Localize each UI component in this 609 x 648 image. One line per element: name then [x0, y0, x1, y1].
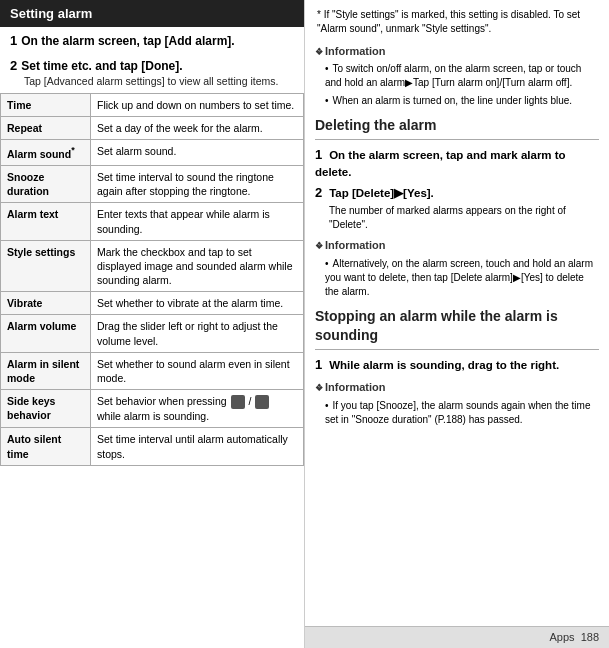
table-cell-desc: Set behavior when pressing / while alarm… — [91, 390, 304, 428]
table-cell-label: Style settings — [1, 240, 91, 292]
table-row: RepeatSet a day of the week for the alar… — [1, 117, 304, 140]
step2-sub: Tap [Advanced alarm settings] to view al… — [10, 73, 294, 89]
bullet-item: If you tap [Snooze], the alarm sounds ag… — [325, 399, 599, 427]
table-row: Alarm textEnter texts that appear while … — [1, 203, 304, 240]
table-cell-desc: Set time interval to sound the ringtone … — [91, 166, 304, 203]
delete-step2: 2 Tap [Delete]▶[Yes]. The number of mark… — [315, 184, 599, 232]
delete-step1-num: 1 — [315, 147, 322, 162]
info3-bullets: If you tap [Snooze], the alarm sounds ag… — [315, 399, 599, 427]
info1-bullets: To switch on/off alarm, on the alarm scr… — [315, 62, 599, 108]
table-row: Auto silent timeSet time interval until … — [1, 428, 304, 465]
info2-header: Information — [315, 238, 599, 253]
stop-section-title: Stopping an alarm while the alarm is sou… — [315, 307, 599, 350]
delete-step1: 1 On the alarm screen, tap and mark alar… — [315, 146, 599, 180]
table-cell-desc: Mark the checkbox and tap to set display… — [91, 240, 304, 292]
table-row: Alarm sound*Set alarm sound. — [1, 140, 304, 166]
stop-step1-text: While alarm is sounding, drag to the rig… — [329, 359, 559, 371]
settings-table: TimeFlick up and down on numbers to set … — [0, 93, 304, 466]
table-cell-label: Repeat — [1, 117, 91, 140]
info2-bullets: Alternatively, on the alarm screen, touc… — [315, 257, 599, 299]
step1-number: 1 — [10, 33, 17, 48]
table-cell-desc: Drag the slider left or right to adjust … — [91, 315, 304, 352]
step1-block: 1On the alarm screen, tap [Add alarm]. — [0, 27, 304, 52]
left-column: Setting alarm 1On the alarm screen, tap … — [0, 0, 305, 648]
stop-step1: 1 While alarm is sounding, drag to the r… — [315, 356, 599, 374]
delete-step2-num: 2 — [315, 185, 322, 200]
info3-header: Information — [315, 380, 599, 395]
table-cell-label: Auto silent time — [1, 428, 91, 465]
table-cell-label: Time — [1, 94, 91, 117]
side-key-icon2 — [255, 395, 269, 409]
table-cell-label: Alarm sound* — [1, 140, 91, 166]
footer-page: 188 — [581, 631, 599, 643]
table-cell-desc: Set whether to sound alarm even in silen… — [91, 352, 304, 389]
table-row: VibrateSet whether to vibrate at the ala… — [1, 292, 304, 315]
stop-step1-num: 1 — [315, 357, 322, 372]
footer-label: Apps — [549, 631, 574, 643]
table-row: Alarm volumeDrag the slider left or righ… — [1, 315, 304, 352]
table-cell-desc: Set whether to vibrate at the alarm time… — [91, 292, 304, 315]
info1-header: Information — [315, 44, 599, 59]
delete-section-title: Deleting the alarm — [315, 116, 599, 140]
table-cell-label: Alarm text — [1, 203, 91, 240]
table-cell-label: Snooze duration — [1, 166, 91, 203]
asterisk-note: * If "Style settings" is marked, this se… — [315, 8, 599, 36]
step2-text: Set time etc. and tap [Done]. — [21, 59, 182, 73]
table-cell-desc: Enter texts that appear while alarm is s… — [91, 203, 304, 240]
bullet-item: To switch on/off alarm, on the alarm scr… — [325, 62, 599, 90]
table-row: Style settingsMark the checkbox and tap … — [1, 240, 304, 292]
step2-block: 2Set time etc. and tap [Done]. Tap [Adva… — [0, 52, 304, 93]
table-cell-desc: Set time interval until alarm automatica… — [91, 428, 304, 465]
table-cell-desc: Set a day of the week for the alarm. — [91, 117, 304, 140]
delete-step2-sub: The number of marked alarms appears on t… — [315, 204, 599, 232]
delete-step2-text: Tap [Delete]▶[Yes]. — [329, 187, 434, 199]
table-cell-desc: Flick up and down on numbers to set time… — [91, 94, 304, 117]
table-cell-label: Vibrate — [1, 292, 91, 315]
table-row: Alarm in silent modeSet whether to sound… — [1, 352, 304, 389]
right-column: * If "Style settings" is marked, this se… — [305, 0, 609, 648]
table-row: Side keys behaviorSet behavior when pres… — [1, 390, 304, 428]
table-cell-label: Side keys behavior — [1, 390, 91, 428]
bullet-item: When an alarm is turned on, the line und… — [325, 94, 599, 108]
table-row: Snooze durationSet time interval to soun… — [1, 166, 304, 203]
delete-step1-text: On the alarm screen, tap and mark alarm … — [315, 149, 566, 178]
footer: Apps 188 — [305, 626, 609, 648]
table-row: TimeFlick up and down on numbers to set … — [1, 94, 304, 117]
bullet-item: Alternatively, on the alarm screen, touc… — [325, 257, 599, 299]
section-header: Setting alarm — [0, 0, 304, 27]
side-key-icon1 — [231, 395, 245, 409]
table-cell-desc: Set alarm sound. — [91, 140, 304, 166]
table-cell-label: Alarm volume — [1, 315, 91, 352]
step2-number: 2 — [10, 58, 17, 73]
table-cell-label: Alarm in silent mode — [1, 352, 91, 389]
step1-text: On the alarm screen, tap [Add alarm]. — [21, 34, 234, 48]
